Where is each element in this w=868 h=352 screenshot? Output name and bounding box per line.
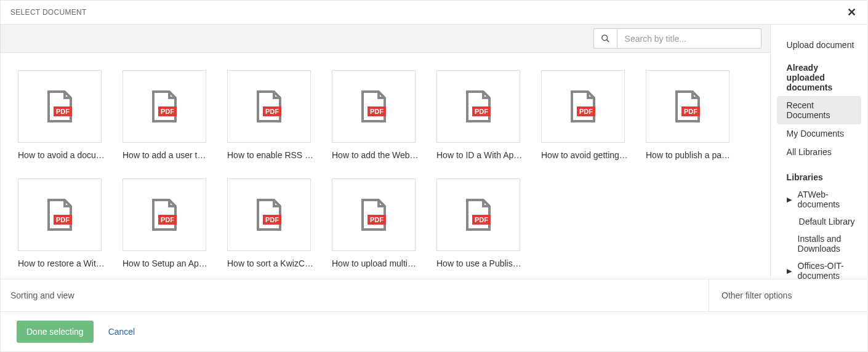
svg-text:PDF: PDF xyxy=(265,216,279,223)
library-item[interactable]: ▶ATWeb-documents xyxy=(771,186,867,213)
already-uploaded-heading: Already uploaded documents xyxy=(771,54,867,96)
pdf-file-icon: PDF xyxy=(674,90,701,122)
select-document-dialog: SELECT DOCUMENT ✕ xyxy=(0,0,868,352)
svg-text:PDF: PDF xyxy=(684,108,697,115)
close-icon[interactable]: ✕ xyxy=(847,7,856,18)
document-thumbnail: PDF xyxy=(123,178,206,251)
sorting-and-view[interactable]: Sorting and view xyxy=(1,279,709,311)
cancel-link[interactable]: Cancel xyxy=(108,327,135,337)
document-title: How to publish a page using Quick Edit xyxy=(646,150,733,160)
library-label: Installs and Downloads xyxy=(798,234,855,254)
document-title: How to avoid getting permission errors xyxy=(541,150,629,160)
document-item[interactable]: PDF How to restore a With Approval page xyxy=(18,178,105,268)
pdf-file-icon: PDF xyxy=(569,90,597,122)
document-grid: PDF How to avoid a document name with Sp… xyxy=(18,70,770,268)
svg-text:PDF: PDF xyxy=(265,108,279,115)
pdf-file-icon: PDF xyxy=(465,90,492,122)
pdf-file-icon: PDF xyxy=(46,199,73,231)
pdf-file-icon: PDF xyxy=(360,199,387,231)
document-thumbnail: PDF xyxy=(332,70,416,143)
svg-text:PDF: PDF xyxy=(161,216,174,223)
document-title: How to avoid a document name with Specia… xyxy=(18,150,105,160)
dialog-header: SELECT DOCUMENT ✕ xyxy=(1,1,867,25)
sidebar-nav-item[interactable]: Recent Documents xyxy=(777,96,861,124)
document-thumbnail: PDF xyxy=(541,70,625,143)
document-title: How to use a Publishing Workflow xyxy=(436,258,524,268)
library-label: Default Library xyxy=(799,217,855,226)
pdf-file-icon: PDF xyxy=(255,90,283,122)
document-thumbnail: PDF xyxy=(646,70,729,143)
toolbar xyxy=(1,25,770,53)
document-title: How to restore a With Approval page xyxy=(18,258,105,268)
footer-actions: Done selecting Cancel xyxy=(1,311,867,351)
library-item[interactable]: ▶Default Library xyxy=(771,213,867,230)
search-button[interactable] xyxy=(593,28,617,49)
library-item[interactable]: ▶Installs and Downloads xyxy=(771,230,867,257)
svg-text:PDF: PDF xyxy=(56,216,70,223)
libraries-heading: Libraries xyxy=(771,161,867,186)
pdf-file-icon: PDF xyxy=(360,90,387,122)
footer-filters: Sorting and view Other filter options xyxy=(1,279,867,311)
document-item[interactable]: PDF How to avoid a document name with Sp… xyxy=(18,70,105,160)
dialog-body: PDF How to avoid a document name with Sp… xyxy=(1,25,867,279)
sidebar-nav-item[interactable]: All Libraries xyxy=(771,143,867,161)
sidebar: Upload document Already uploaded documen… xyxy=(770,25,867,279)
document-item[interactable]: PDF How to Setup an Approval Workflow xyxy=(123,178,210,268)
document-thumbnail: PDF xyxy=(436,70,520,143)
search-group xyxy=(593,28,762,49)
search-icon xyxy=(601,34,610,43)
document-title: How to upload multiple documents xyxy=(332,258,419,268)
document-item[interactable]: PDF How to add a user to a site xyxy=(123,70,210,160)
svg-point-0 xyxy=(601,35,607,41)
document-item[interactable]: PDF How to publish a page using Quick Ed… xyxy=(646,70,733,160)
upload-document-link[interactable]: Upload document xyxy=(771,36,867,54)
document-item[interactable]: PDF How to ID a With Approval publishing… xyxy=(436,70,524,160)
document-grid-scroll[interactable]: PDF How to avoid a document name with Sp… xyxy=(1,53,770,279)
caret-right-icon: ▶ xyxy=(787,196,792,204)
library-label: Offices-OIT-documents xyxy=(798,261,855,279)
document-thumbnail: PDF xyxy=(332,178,416,251)
library-label: ATWeb-documents xyxy=(798,190,855,209)
dialog-title: SELECT DOCUMENT xyxy=(10,8,87,17)
svg-text:PDF: PDF xyxy=(370,108,384,115)
document-thumbnail: PDF xyxy=(123,70,206,143)
svg-text:PDF: PDF xyxy=(579,108,593,115)
document-title: How to add a user to a site xyxy=(123,150,210,160)
document-item[interactable]: PDF How to enable RSS on a list xyxy=(227,70,315,160)
library-item[interactable]: ▶Offices-OIT-documents xyxy=(771,257,867,279)
document-item[interactable]: PDF How to use a Publishing Workflow xyxy=(436,178,524,268)
other-filter-options[interactable]: Other filter options xyxy=(709,279,867,311)
pdf-file-icon: PDF xyxy=(46,90,73,122)
done-selecting-button[interactable]: Done selecting xyxy=(17,321,94,343)
document-thumbnail: PDF xyxy=(227,70,311,143)
caret-right-icon: ▶ xyxy=(787,267,792,275)
svg-text:PDF: PDF xyxy=(475,108,488,115)
document-item[interactable]: PDF How to avoid getting permission erro… xyxy=(541,70,629,160)
document-title: How to Setup an Approval Workflow xyxy=(123,258,210,268)
pdf-file-icon: PDF xyxy=(255,199,283,231)
svg-text:PDF: PDF xyxy=(56,108,70,115)
document-thumbnail: PDF xyxy=(18,178,102,251)
pdf-file-icon: PDF xyxy=(151,199,178,231)
svg-text:PDF: PDF xyxy=(475,216,488,223)
document-thumbnail: PDF xyxy=(18,70,102,143)
document-title: How to ID a With Approval publishing cyc… xyxy=(436,150,524,160)
document-item[interactable]: PDF How to sort a KwizCom List Aggregato… xyxy=(227,178,315,268)
sidebar-nav-item[interactable]: My Documents xyxy=(771,124,867,143)
pdf-file-icon: PDF xyxy=(465,199,492,231)
svg-text:PDF: PDF xyxy=(161,108,174,115)
main-area: PDF How to avoid a document name with Sp… xyxy=(1,25,770,279)
document-item[interactable]: PDF How to add the Web Analytics page xyxy=(332,70,419,160)
document-title: How to add the Web Analytics page xyxy=(332,150,419,160)
document-item[interactable]: PDF How to upload multiple documents xyxy=(332,178,419,268)
search-input[interactable] xyxy=(617,28,762,49)
svg-line-1 xyxy=(606,39,609,42)
pdf-file-icon: PDF xyxy=(151,90,178,122)
document-title: How to sort a KwizCom List Aggregator xyxy=(227,258,315,268)
document-title: How to enable RSS on a list xyxy=(227,150,315,160)
document-thumbnail: PDF xyxy=(436,178,520,251)
document-thumbnail: PDF xyxy=(227,178,311,251)
svg-text:PDF: PDF xyxy=(370,216,384,223)
